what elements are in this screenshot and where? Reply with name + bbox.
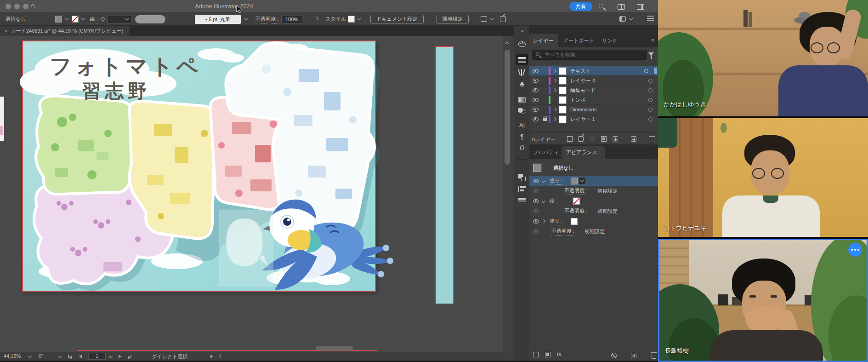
last-artboard-icon[interactable] [128, 355, 131, 360]
layer-name[interactable]: Dimensions [567, 107, 648, 112]
locate-object-icon[interactable] [590, 137, 594, 141]
visibility-eye-icon[interactable] [533, 219, 539, 224]
expand-chevron-icon[interactable] [553, 88, 556, 92]
next-artboard-icon[interactable] [119, 355, 121, 358]
workspace-switcher-icon[interactable] [618, 4, 625, 10]
tab-artboards[interactable]: アートボード [563, 37, 594, 44]
select-similar-icon[interactable] [481, 16, 487, 22]
opacity-label[interactable]: 不透明度 : [564, 207, 587, 215]
stroke-label[interactable]: 線 : [550, 197, 557, 205]
layer-target-icon[interactable] [648, 79, 652, 83]
previous-artboard-icon[interactable] [79, 355, 82, 358]
collect-for-export-icon[interactable] [567, 136, 573, 142]
delete-item-icon[interactable] [652, 354, 656, 359]
expand-chevron-icon[interactable] [553, 79, 556, 82]
layer-name[interactable]: 編集モード [567, 87, 648, 94]
search-icon[interactable] [599, 4, 603, 8]
fill-swatch[interactable] [571, 178, 578, 184]
visibility-eye-icon[interactable] [533, 108, 539, 112]
visibility-eye-icon[interactable] [533, 88, 539, 92]
new-stroke-icon[interactable] [533, 352, 539, 357]
appearance-row-opacity-3[interactable]: 不透明度 : 初期設定 [529, 226, 658, 236]
layers-panel-menu-icon[interactable]: ≡ [652, 37, 654, 43]
layer-row-editmode[interactable]: 編集モード [529, 86, 658, 95]
fill-label[interactable]: 塗り : [550, 218, 562, 225]
lock-icon[interactable] [543, 118, 547, 121]
rotation-value[interactable]: 0° [39, 353, 44, 359]
visibility-eye-icon[interactable] [533, 69, 539, 73]
layer-target-icon[interactable] [644, 69, 648, 73]
stroke-weight-label[interactable]: 線 : [90, 16, 98, 23]
opentype-panel-icon[interactable]: O [514, 144, 530, 152]
export-icon[interactable] [500, 16, 506, 22]
layer-row-trimmarks[interactable]: トンボ [529, 95, 658, 105]
collapse-panels-icon[interactable]: « [514, 29, 530, 34]
visibility-eye-icon[interactable] [533, 98, 539, 102]
appearance-row-fill-2[interactable]: 塗り : [529, 216, 658, 226]
vertical-scrollbar[interactable] [503, 36, 511, 352]
style-chevron-icon[interactable] [357, 17, 361, 20]
appearance-row-opacity-2[interactable]: 不透明度 : 初期設定 [529, 206, 658, 216]
layer-thumbnail[interactable] [559, 77, 567, 85]
menu-icon[interactable] [647, 16, 654, 21]
layer-target-icon[interactable] [648, 98, 652, 102]
visibility-eye-icon[interactable] [533, 199, 539, 203]
dock-panel-chevron-icon[interactable] [629, 17, 633, 20]
tab-properties[interactable]: プロパティ [533, 149, 559, 156]
layer-row-dimensions[interactable]: Dimensions [529, 105, 658, 115]
visibility-eye-icon[interactable] [533, 79, 539, 83]
layer-thumbnail[interactable] [559, 86, 567, 94]
color-panel-icon[interactable] [518, 41, 526, 47]
opacity-value[interactable]: 初期設定 [597, 208, 618, 215]
document-setup-button[interactable]: ドキュメント設定 [370, 15, 424, 23]
collapsed-chevron-icon[interactable] [542, 219, 545, 223]
visibility-eye-icon[interactable] [533, 117, 539, 121]
expand-chevron-icon[interactable] [553, 69, 556, 73]
new-artboard-icon[interactable] [578, 136, 584, 142]
more-options-chevron-icon[interactable] [315, 17, 318, 20]
layer-name[interactable]: テキスト [567, 68, 644, 75]
participant-video-3[interactable]: 長島裕樹 [658, 239, 868, 362]
rotation-chevron-icon[interactable] [58, 354, 62, 358]
clear-appearance-icon[interactable] [611, 353, 617, 358]
character-panel-icon[interactable]: A| [514, 121, 530, 128]
fill-color-swatch[interactable] [55, 16, 62, 23]
brush-preset-chevron-icon[interactable] [244, 17, 248, 20]
gradient-panel-icon[interactable] [518, 97, 526, 103]
layer-target-icon[interactable] [648, 88, 652, 92]
expand-chevron-icon[interactable] [553, 108, 556, 111]
tab-layers[interactable]: レイヤー [533, 37, 554, 44]
style-swatch[interactable] [348, 16, 355, 23]
status-back-icon[interactable] [219, 354, 223, 358]
stroke-none-swatch[interactable] [573, 198, 580, 205]
select-similar-chevron-icon[interactable] [490, 17, 494, 20]
preferences-button[interactable]: 環境設定 [437, 15, 469, 23]
layer-thumbnail[interactable] [559, 67, 567, 75]
duplicate-item-icon[interactable] [631, 353, 636, 358]
layer-thumbnail[interactable] [559, 106, 567, 114]
layers-search-input[interactable] [545, 51, 643, 58]
zoom-level[interactable]: 44.15% [4, 353, 21, 359]
expand-chevron-icon[interactable] [542, 199, 545, 203]
share-button[interactable]: 共有 [569, 2, 592, 11]
fill-chevron-icon[interactable] [65, 17, 68, 20]
symbols-panel-icon[interactable]: ♣ [514, 80, 530, 88]
scroll-up-icon[interactable] [505, 42, 509, 46]
visibility-eye-icon[interactable] [533, 179, 539, 183]
first-artboard-icon[interactable] [68, 355, 72, 360]
layers-search-field[interactable] [532, 50, 647, 60]
tab-appearance[interactable]: アピアランス [566, 149, 597, 156]
stroke-chevron-icon[interactable] [81, 17, 85, 20]
layer-name[interactable]: トンボ [567, 97, 648, 103]
layer-row-layer1[interactable]: レイヤー 1 [529, 115, 658, 124]
layer-thumbnail[interactable] [559, 115, 567, 123]
zoom-chevron-icon[interactable] [28, 354, 32, 358]
appearance-row-stroke[interactable]: 線 : [529, 196, 658, 206]
tab-close-icon[interactable]: × [5, 28, 7, 34]
layer-target-icon[interactable] [648, 117, 652, 121]
appearance-panel-menu-icon[interactable]: ≡ [652, 149, 654, 155]
paragraph-panel-icon[interactable]: ¶ [514, 133, 530, 140]
stroke-weight-field[interactable] [108, 16, 131, 23]
visibility-eye-icon-dim[interactable] [533, 209, 539, 213]
artboard-1[interactable]: フォトマトペ 習志野 [22, 40, 376, 292]
